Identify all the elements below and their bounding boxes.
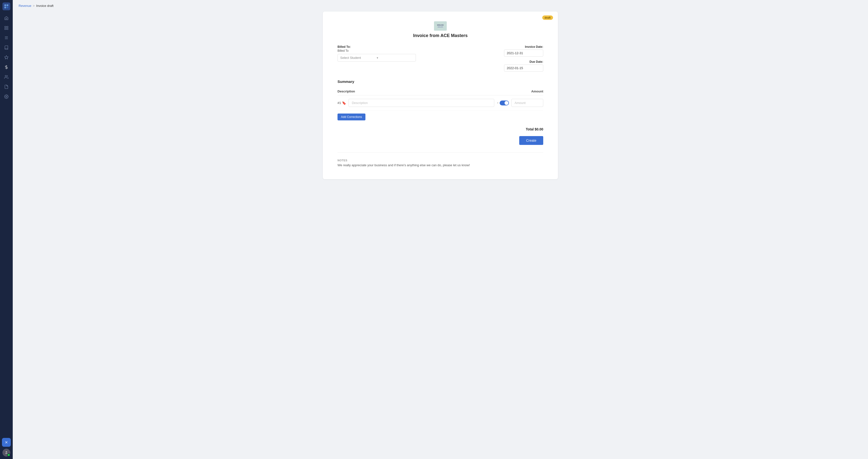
item-icon: 🔖 — [342, 101, 346, 105]
section-divider — [338, 152, 543, 152]
breadcrumb-revenue-link[interactable]: Revenue — [19, 4, 31, 8]
due-date-group: Due Date: — [504, 60, 543, 71]
due-date-label: Due Date: — [529, 60, 543, 63]
breadcrumb-separator: > — [33, 4, 35, 8]
billing-row: Billed To: Billed To Select Student ▾ In… — [338, 45, 543, 74]
invoice-date-label: Invoice Date: — [525, 45, 543, 49]
summary-header: Description Amount — [338, 88, 543, 95]
toggle-plus-icon: + — [497, 101, 499, 105]
notes-text: We really appreciate your business and i… — [338, 163, 543, 167]
invoice-date-group: Invoice Date: — [504, 45, 543, 57]
people-icon[interactable] — [2, 73, 11, 81]
description-input[interactable] — [348, 99, 494, 107]
col-description-header: Description — [338, 89, 355, 93]
svg-rect-0 — [4, 4, 6, 6]
create-button[interactable]: Create — [519, 136, 543, 145]
settings-icon[interactable] — [2, 92, 11, 101]
home-icon[interactable] — [2, 14, 11, 23]
summary-section: Summary Description Amount #1 🔖 + — [338, 80, 543, 150]
breadcrumb: Revenue > Invoice draft — [19, 4, 862, 8]
invoice-title: Invoice from ACE Masters — [338, 33, 543, 38]
company-logo: ENGLISH ENGLISH — [434, 21, 447, 31]
svg-rect-4 — [5, 26, 6, 27]
amount-input[interactable] — [512, 99, 543, 107]
svg-marker-11 — [5, 56, 8, 59]
dollar-icon[interactable] — [2, 63, 11, 71]
billing-right: Invoice Date: Due Date: — [504, 45, 543, 74]
toggle-switch[interactable] — [500, 101, 509, 106]
svg-rect-2 — [4, 7, 6, 8]
item-number: #1 🔖 — [338, 101, 346, 105]
star-icon[interactable] — [2, 53, 11, 62]
item-number-text: #1 — [338, 101, 341, 105]
sidebar-logo[interactable] — [2, 2, 10, 10]
ai-button[interactable] — [2, 438, 11, 447]
draft-badge: draft — [542, 16, 553, 20]
svg-rect-6 — [5, 28, 6, 30]
student-select[interactable]: Select Student ▾ — [338, 54, 416, 61]
breadcrumb-current: Invoice draft — [36, 4, 54, 8]
billed-to-sublabel: Billed To — [338, 49, 504, 53]
create-row: Create — [338, 134, 543, 150]
notes-heading: NOTES — [338, 159, 543, 162]
main-content: Revenue > Invoice draft draft ENGLISH EN… — [13, 0, 868, 459]
billing-left: Billed To: Billed To Select Student ▾ — [338, 45, 504, 61]
notes-section: NOTES We really appreciate your business… — [338, 156, 543, 169]
corrections-row: Add Corrections — [338, 111, 543, 122]
add-corrections-button[interactable]: Add Corrections — [338, 114, 365, 120]
dashboard-icon[interactable] — [2, 24, 11, 32]
svg-point-14 — [6, 96, 7, 97]
select-arrow-icon: ▾ — [377, 56, 413, 60]
toggle-wrap: + — [497, 101, 509, 106]
book-icon[interactable] — [2, 43, 11, 52]
svg-rect-1 — [7, 4, 8, 6]
svg-point-13 — [5, 75, 7, 77]
sidebar — [0, 0, 13, 459]
svg-rect-5 — [7, 26, 8, 27]
file-icon[interactable] — [2, 82, 11, 91]
invoice-logo: ENGLISH ENGLISH — [338, 21, 543, 31]
svg-rect-3 — [7, 7, 8, 8]
list-icon[interactable] — [2, 33, 11, 42]
summary-title: Summary — [338, 80, 543, 84]
student-placeholder: Select Student — [340, 56, 377, 60]
invoice-card: draft ENGLISH ENGLISH Invoice from ACE M… — [323, 11, 558, 179]
invoice-date-input[interactable] — [504, 50, 543, 57]
col-amount-header: Amount — [531, 89, 543, 93]
svg-rect-7 — [7, 28, 8, 30]
total-amount: Total $0.00 — [526, 127, 543, 131]
billed-to-label: Billed To: — [338, 45, 504, 49]
user-avatar[interactable] — [2, 449, 10, 457]
total-row: Total $0.00 — [338, 122, 543, 134]
due-date-input[interactable] — [504, 64, 543, 71]
line-item: #1 🔖 + — [338, 95, 543, 111]
